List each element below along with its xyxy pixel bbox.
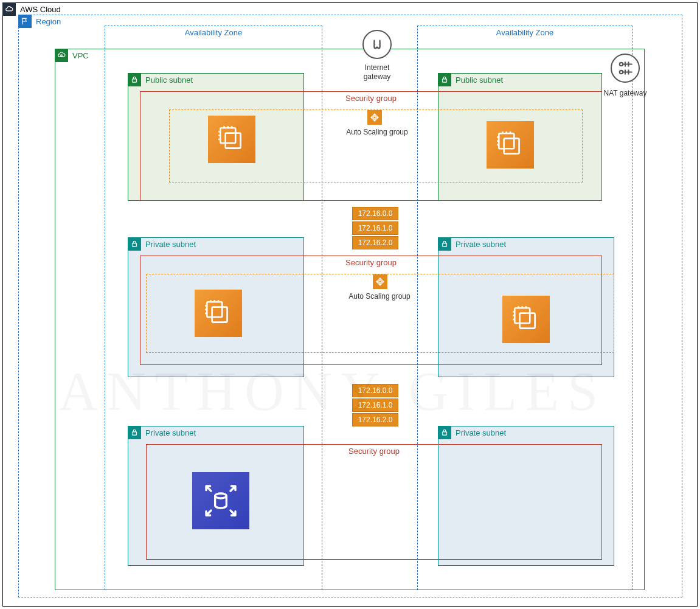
lock-icon <box>128 73 141 86</box>
diagram-canvas: AWS Cloud Region Availability Zone Avail… <box>0 0 700 609</box>
ec2-instance-icon <box>502 296 550 343</box>
lock-icon <box>438 73 451 86</box>
region-icon <box>18 15 32 28</box>
svg-rect-4 <box>443 79 447 82</box>
asg-web-label: Auto Scaling group <box>341 128 414 137</box>
lock-icon <box>438 426 451 439</box>
auto-scaling-icon <box>367 110 382 125</box>
nat-gateway-label: NAT gateway <box>602 89 648 98</box>
svg-rect-13 <box>212 307 227 322</box>
cloud-icon <box>2 2 16 16</box>
public-subnet-a-label: Public subnet <box>145 75 193 85</box>
svg-rect-6 <box>226 133 241 148</box>
az-b-label: Availability Zone <box>418 28 632 37</box>
cidr-pill: 172.16.0.0 <box>352 384 398 397</box>
az-a-label: Availability Zone <box>105 28 322 37</box>
security-group-app-label: Security group <box>140 258 601 267</box>
svg-rect-3 <box>133 79 137 82</box>
svg-rect-11 <box>443 243 447 246</box>
cidr-pill: 172.16.2.0 <box>352 236 398 249</box>
cloud-label: AWS Cloud <box>20 5 61 14</box>
region-label: Region <box>36 17 61 26</box>
ec2-instance-icon <box>487 121 534 169</box>
cidr-pill: 172.16.1.0 <box>352 398 398 412</box>
svg-rect-17 <box>133 432 137 435</box>
nat-gateway-icon <box>611 54 640 83</box>
ec2-instance-icon <box>208 116 255 163</box>
svg-rect-9 <box>499 133 514 148</box>
ec2-instance-icon <box>195 290 242 337</box>
svg-rect-0 <box>61 55 62 56</box>
private-subnet-b-label: Private subnet <box>456 240 506 249</box>
svg-rect-12 <box>379 280 381 283</box>
security-group-web-label: Security group <box>140 94 601 103</box>
private-subnet-db-b-label: Private subnet <box>456 428 506 437</box>
asg-app-label: Auto Scaling group <box>343 292 416 301</box>
cidr-pill: 172.16.0.0 <box>352 207 398 220</box>
internet-gateway-icon <box>362 30 392 59</box>
svg-rect-14 <box>207 302 222 317</box>
private-subnet-db-a-label: Private subnet <box>145 428 196 437</box>
scalable-database-icon <box>192 472 249 529</box>
vpc-label: VPC <box>72 51 89 60</box>
svg-rect-15 <box>520 313 535 329</box>
cidr-pill: 172.16.2.0 <box>352 413 398 426</box>
lock-icon <box>128 237 141 251</box>
svg-rect-18 <box>443 432 447 435</box>
public-subnet-b-label: Public subnet <box>456 75 503 85</box>
private-subnet-a-label: Private subnet <box>145 240 196 249</box>
svg-rect-10 <box>133 243 137 246</box>
vpc-icon <box>55 49 68 62</box>
security-group-db-label: Security group <box>147 447 601 456</box>
auto-scaling-icon <box>373 274 387 289</box>
cidr-pill: 172.16.1.0 <box>352 221 398 235</box>
svg-rect-5 <box>373 116 376 119</box>
svg-rect-16 <box>515 308 530 323</box>
lock-icon <box>438 237 451 251</box>
internet-gateway-label: Internetgateway <box>354 63 400 82</box>
svg-rect-8 <box>504 139 519 154</box>
svg-rect-7 <box>220 128 235 143</box>
lock-icon <box>128 426 141 439</box>
svg-point-19 <box>215 493 227 498</box>
